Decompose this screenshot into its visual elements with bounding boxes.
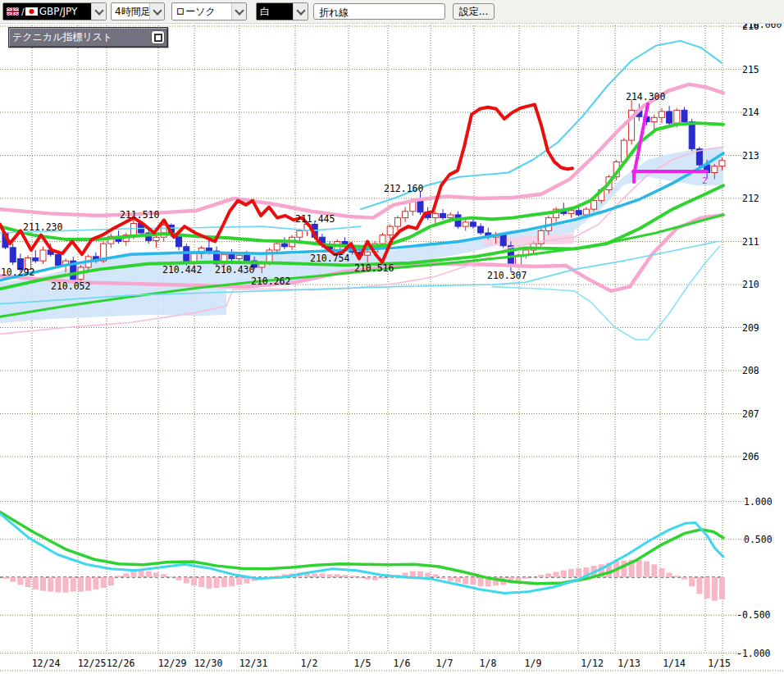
macd-histogram-bar bbox=[10, 577, 16, 582]
drawing-point-label: 2 bbox=[702, 175, 708, 186]
candle-body bbox=[463, 222, 468, 226]
uk-flag-icon bbox=[7, 7, 19, 16]
date-axis-label: 1/5 bbox=[354, 658, 371, 669]
macd-histogram-bar bbox=[704, 577, 710, 599]
candle-body bbox=[440, 213, 446, 217]
japan-flag-icon bbox=[25, 7, 38, 16]
price-annotation: 210.754 bbox=[310, 253, 350, 264]
price-annotation: 211.445 bbox=[295, 213, 335, 225]
candle-body bbox=[40, 250, 46, 261]
technical-indicator-list-panel[interactable]: テクニカル指標リスト bbox=[8, 27, 168, 48]
timeframe-dropdown-arrow[interactable] bbox=[149, 3, 164, 20]
candle-body bbox=[651, 117, 657, 121]
date-axis-label: 12/26 bbox=[107, 658, 135, 669]
candle-body bbox=[153, 237, 159, 240]
macd-histogram-bar bbox=[712, 577, 718, 601]
date-axis-label: 1/2 bbox=[301, 658, 318, 669]
overlay-name-input[interactable]: 折れ線 bbox=[313, 3, 445, 20]
macd-histogram-bar bbox=[651, 564, 657, 577]
macd-histogram-bar bbox=[357, 577, 362, 578]
candle-body bbox=[387, 226, 393, 235]
chart-type-dropdown-arrow[interactable] bbox=[231, 3, 246, 20]
macd-histogram-bar bbox=[184, 577, 189, 583]
macd-histogram-bar bbox=[236, 577, 242, 585]
macd-histogram-bar bbox=[206, 577, 212, 589]
date-axis-label: 1/13 bbox=[618, 658, 640, 669]
price-annotation: 210.262 bbox=[251, 276, 290, 287]
candle-body bbox=[674, 110, 680, 123]
macd-histogram-bar bbox=[221, 577, 227, 587]
date-axis-label: 12/24 bbox=[32, 658, 61, 669]
price-annotation: 214.300 bbox=[626, 91, 666, 102]
price-annotation: 210.292 bbox=[0, 266, 34, 278]
date-axis-label: 1/14 bbox=[663, 658, 686, 669]
candle-body bbox=[576, 211, 581, 215]
candle-body bbox=[712, 166, 718, 173]
candle-body bbox=[380, 235, 385, 244]
price-axis-label: 212 bbox=[742, 193, 759, 204]
macd-histogram-bar bbox=[417, 572, 423, 577]
candle-body bbox=[206, 248, 212, 251]
macd-histogram-bar bbox=[387, 577, 393, 578]
price-annotation: 211.510 bbox=[120, 209, 160, 221]
macd-histogram-bar bbox=[463, 577, 468, 584]
symbol-select[interactable]: / GBP/JPY bbox=[2, 2, 107, 20]
macd-histogram-bar bbox=[78, 577, 84, 592]
price-axis-label: 207 bbox=[742, 408, 759, 420]
line-color-select[interactable]: 白 bbox=[256, 2, 308, 20]
macd-histogram-bar bbox=[636, 560, 642, 577]
chart-type-select[interactable]: ローソク bbox=[171, 2, 247, 20]
price-annotation: 210.516 bbox=[354, 262, 394, 274]
candle-body bbox=[365, 252, 371, 255]
macd-histogram-bar bbox=[101, 577, 107, 588]
macd-histogram-bar bbox=[176, 577, 182, 581]
macd-histogram-bar bbox=[342, 575, 348, 577]
macd-histogram-bar bbox=[153, 572, 159, 577]
date-axis-label: 1/7 bbox=[436, 658, 454, 669]
candle-body bbox=[10, 248, 16, 262]
symbol-label: GBP/JPY bbox=[39, 6, 78, 17]
macd-histogram-bar bbox=[93, 577, 98, 590]
timeframe-label: 4時間足 bbox=[112, 3, 149, 20]
macd-histogram-bar bbox=[380, 577, 385, 579]
price-axis-label: 209 bbox=[742, 322, 759, 334]
timeframe-select[interactable]: 4時間足 bbox=[111, 2, 165, 20]
line-color-label: 白 bbox=[257, 3, 293, 20]
macd-histogram-bar bbox=[214, 577, 220, 588]
macd-histogram-bar bbox=[108, 577, 114, 585]
candle-body bbox=[432, 213, 438, 217]
macd-histogram-bar bbox=[229, 577, 235, 586]
macd-histogram-bar bbox=[478, 577, 484, 586]
candle-body bbox=[591, 201, 597, 210]
chart-type-label: ローソク bbox=[172, 3, 231, 20]
macd-histogram-bar bbox=[644, 562, 650, 577]
date-axis-label: 1/15 bbox=[708, 658, 731, 669]
settings-button[interactable]: 設定... bbox=[453, 3, 495, 20]
candle-body bbox=[394, 218, 400, 227]
macd-histogram-bar bbox=[365, 577, 371, 580]
macd-histogram-bar bbox=[349, 576, 355, 577]
price-annotation: 210.442 bbox=[162, 264, 202, 276]
macd-histogram-bar bbox=[55, 577, 61, 593]
macd-histogram-bar bbox=[319, 573, 325, 577]
macd-histogram-bar bbox=[146, 572, 152, 577]
macd-histogram-bar bbox=[372, 577, 378, 581]
panel-restore-button[interactable] bbox=[151, 30, 165, 44]
price-axis-label: 213 bbox=[742, 150, 759, 162]
candle-body bbox=[176, 235, 182, 247]
macd-histogram-bar bbox=[681, 577, 687, 580]
candle-body bbox=[297, 230, 303, 237]
candle-body bbox=[55, 254, 61, 265]
chart-canvas[interactable]: 2211.230210.292210.052211.510210.442210.… bbox=[0, 0, 784, 674]
line-color-dropdown-arrow[interactable] bbox=[293, 3, 308, 20]
macd-histogram-bar bbox=[191, 577, 197, 585]
symbol-dropdown-arrow[interactable] bbox=[91, 3, 106, 20]
macd-histogram-bar bbox=[71, 577, 76, 592]
macd-histogram-bar bbox=[123, 573, 129, 577]
macd-histogram-bar bbox=[689, 577, 695, 586]
restore-icon bbox=[154, 34, 162, 42]
macd-histogram-bar bbox=[116, 576, 121, 577]
date-axis-label: 1/9 bbox=[525, 658, 542, 669]
price-axis-label: 206 bbox=[742, 451, 759, 462]
candle-body bbox=[448, 215, 454, 218]
